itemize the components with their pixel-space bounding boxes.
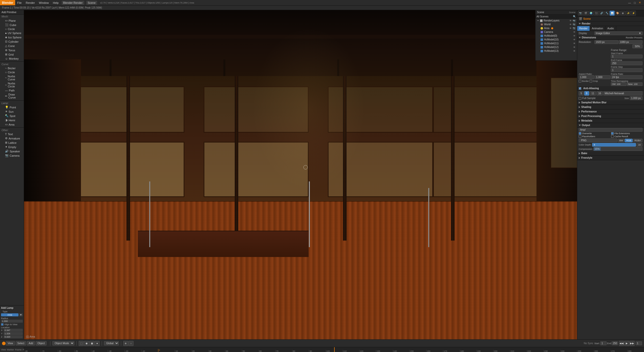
compression-value[interactable]: 15% xyxy=(593,147,642,151)
aa-val-5[interactable]: 5 xyxy=(579,91,584,96)
lamp-type-selector[interactable]: Area ▼ xyxy=(1,313,23,317)
menu-help[interactable]: Help xyxy=(51,0,61,5)
render-section-toggle[interactable]: Render xyxy=(577,21,644,26)
bake-toggle[interactable]: Bake xyxy=(577,151,644,156)
timeline-frame-btn[interactable]: Frame xyxy=(15,348,22,351)
start-frame-value[interactable]: 1 xyxy=(611,55,642,58)
render-icon[interactable]: 📷 xyxy=(573,19,575,22)
aa-filter[interactable]: Mitchell-Netravali xyxy=(603,91,642,96)
mesh-monkey[interactable]: ☺Monkey xyxy=(0,57,24,61)
crop-checkbox[interactable] xyxy=(590,80,592,82)
motion-blur-toggle[interactable]: Sampled Motion Blur xyxy=(577,100,644,105)
shading-toggle[interactable]: Shading xyxy=(577,105,644,109)
other-text[interactable]: TText xyxy=(0,132,24,136)
menu-render[interactable]: Render xyxy=(24,0,37,5)
hc12-visibility[interactable]: 👁 xyxy=(573,46,575,49)
lamp-type-value[interactable]: Area xyxy=(1,313,18,316)
render-tab-render[interactable]: Render xyxy=(577,26,590,31)
render-presets-btn[interactable]: Render Presets xyxy=(626,36,642,39)
toolbar-object-btn[interactable]: Object xyxy=(36,341,47,345)
curve-bezier[interactable]: ~Bezier xyxy=(0,66,24,70)
timeline-view-btn[interactable]: View xyxy=(1,348,6,351)
timemap-new[interactable]: New: 100 xyxy=(627,82,643,86)
scene-selector[interactable]: Scene xyxy=(86,1,97,5)
aa-section-toggle[interactable]: ✓ Anti-Aliasing xyxy=(577,86,644,91)
aa-val-8[interactable]: 8 xyxy=(584,91,589,96)
minimize-btn[interactable]: — xyxy=(627,1,632,4)
output-toggle[interactable]: Output xyxy=(577,123,644,128)
wireframe-btn[interactable]: ⬚ xyxy=(79,341,84,346)
border-checkbox[interactable] xyxy=(579,80,581,82)
toolbar-add-btn[interactable]: Add xyxy=(27,341,35,345)
outliner-item-camera[interactable]: C Camera 👁 xyxy=(535,30,577,34)
other-speaker[interactable]: 🔊Speaker xyxy=(0,149,24,153)
step-frame-value[interactable]: 1 xyxy=(611,68,642,72)
timeline-marker-btn[interactable]: Marker xyxy=(7,348,14,351)
viewport-3d[interactable]: (1) Area xyxy=(24,10,593,339)
area-render[interactable]: 📷 xyxy=(573,27,575,30)
rgb-btn[interactable]: RGB xyxy=(625,139,633,142)
props-texture-icon[interactable]: ▣ xyxy=(620,11,625,16)
lamp-type-dropdown[interactable]: ▼ xyxy=(19,313,23,316)
props-scene-icon[interactable]: 🎬 xyxy=(583,11,588,16)
outliner-item-hcmodel13[interactable]: HcModel(13) 👁 xyxy=(535,49,577,53)
align-to-view-checkbox[interactable] xyxy=(1,323,4,326)
file-ext-checkbox[interactable] xyxy=(611,132,614,135)
props-world-icon[interactable]: 🌍 xyxy=(588,11,593,16)
frame-start-value[interactable]: 1 xyxy=(600,341,607,345)
mesh-uvsphere[interactable]: ●UV Sphere xyxy=(0,31,24,35)
play-backward-btn[interactable]: ◀◀ xyxy=(619,341,624,346)
other-camera[interactable]: 📷Camera xyxy=(0,153,24,158)
texture-btn[interactable]: ▣ xyxy=(89,341,94,346)
outliner-item-hcmodel11[interactable]: HcModel(11) 👁 xyxy=(535,41,577,45)
freestyle-toggle[interactable]: Freestyle xyxy=(577,156,644,160)
mode-selector[interactable]: Object Mode xyxy=(52,341,74,345)
end-frame-value[interactable]: 250 xyxy=(611,61,642,65)
props-material-icon[interactable]: 🎨 xyxy=(615,11,620,16)
loc-z-value[interactable]: 0.420 xyxy=(4,335,23,338)
maximize-btn[interactable]: □ xyxy=(633,1,637,4)
curve-nurbs-circle[interactable]: ○Nurbs Circle xyxy=(0,81,24,88)
hc10-visibility[interactable]: 👁 xyxy=(573,38,575,41)
global-local-selector[interactable]: Global xyxy=(104,341,119,345)
play-btn[interactable]: ▶ xyxy=(624,341,629,346)
mesh-cube[interactable]: ⬛Cube xyxy=(0,23,24,27)
aspect-y[interactable]: 1.000 xyxy=(595,75,611,79)
props-render-icon[interactable]: 📷 xyxy=(578,11,583,16)
props-physics-icon[interactable]: ⚡ xyxy=(631,11,636,16)
render-tab-animation[interactable]: Animation xyxy=(590,26,605,31)
display-dropdown[interactable]: ▼ xyxy=(639,32,641,35)
props-modifier-icon[interactable]: 🔧 xyxy=(604,11,609,16)
radius-value[interactable]: 1.000 xyxy=(1,320,23,323)
outliner-item-hcmodel12[interactable]: HcModel(12) 👁 xyxy=(535,45,577,49)
lamp-hemi[interactable]: ◑Hemi xyxy=(0,118,24,122)
hc11-visibility[interactable]: 👁 xyxy=(573,42,575,45)
mesh-cylinder[interactable]: ⊡Cylinder xyxy=(0,39,24,44)
lamp-area[interactable]: ▭Area xyxy=(0,122,24,127)
snap-icon[interactable]: ⊕ xyxy=(123,341,128,346)
props-constraint-icon[interactable]: 🔗 xyxy=(599,11,604,16)
area-visibility[interactable]: 👁 xyxy=(569,27,572,30)
outliner-item-world[interactable]: W World 👁 📷 xyxy=(535,22,577,26)
format-value[interactable]: PNG xyxy=(579,138,617,142)
mesh-grid[interactable]: ⊞Grid xyxy=(0,52,24,57)
world-visibility[interactable]: 👁 xyxy=(569,23,572,26)
outliner-item-hcmodel10[interactable]: HcModel(10) 👁 xyxy=(535,38,577,41)
overwrite-checkbox[interactable] xyxy=(579,132,581,135)
display-value[interactable]: Image Editor ▼ xyxy=(594,31,642,35)
hc13-visibility[interactable]: 👁 xyxy=(573,50,575,52)
outliner-item-renderlayers[interactable]: R RenderLayers 👁 📷 xyxy=(535,19,577,22)
performance-toggle[interactable]: Performance xyxy=(577,109,644,114)
lamp-spot[interactable]: 🔦Spot xyxy=(0,114,24,118)
mesh-plane[interactable]: ▭Plane xyxy=(0,18,24,23)
lamp-point[interactable]: 💡Point xyxy=(0,105,24,109)
toolbar-select-btn[interactable]: Select xyxy=(16,341,26,345)
metadata-toggle[interactable]: Metadata xyxy=(577,119,644,123)
timeline-ruler[interactable]: -80 -70 -60 -50 -40 -30 -20 -10 0 10 20 … xyxy=(24,347,644,352)
props-object-icon[interactable]: ⬛ xyxy=(594,11,599,16)
menu-window[interactable]: Window xyxy=(37,0,51,5)
curve-nurbs[interactable]: ~Nurbs Curve xyxy=(0,74,24,81)
outliner-item-hcmodel0[interactable]: HcModel(0) 👁 xyxy=(535,34,577,38)
rendered-btn[interactable]: ● xyxy=(95,341,100,346)
res-x-value[interactable]: 1920 px xyxy=(594,40,618,44)
